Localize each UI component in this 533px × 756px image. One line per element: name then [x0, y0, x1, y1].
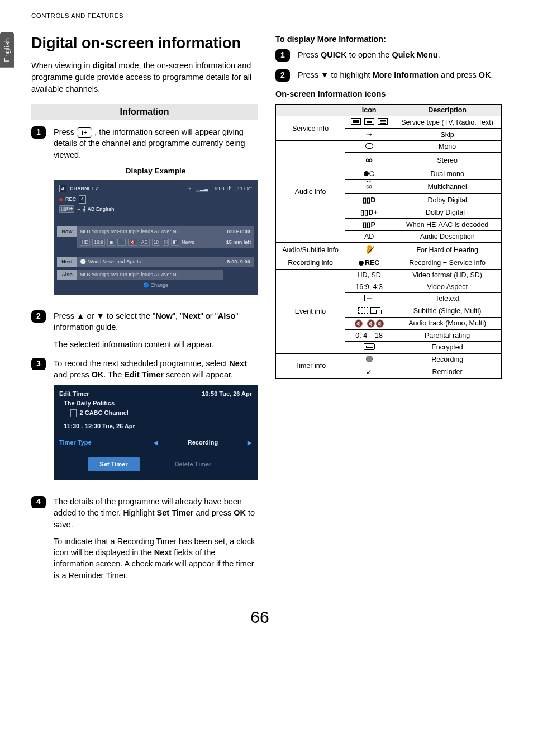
- description-cell: When HE-AAC is decoded: [393, 219, 502, 231]
- encrypted-icon: [364, 343, 375, 350]
- description-cell: For Hard of Hearing: [393, 243, 502, 257]
- description-cell: Dolby Digital: [393, 194, 502, 206]
- dolby-digital-plus-icon: ▯▯D+: [360, 209, 377, 216]
- set-timer-button[interactable]: Set Timer: [88, 457, 140, 471]
- next-tag: Next: [57, 257, 77, 267]
- description-cell: Service type (TV, Radio, Text): [393, 116, 502, 129]
- description-cell: Dual mono: [393, 168, 502, 180]
- icon-cell: ✓: [345, 366, 393, 378]
- table-row: Timer infoRecording: [276, 353, 502, 366]
- description-cell: Dolby Digital+: [393, 206, 502, 219]
- category-cell: Timer info: [276, 353, 345, 378]
- now-tag: Now: [57, 226, 77, 237]
- recording-clock-icon: [366, 356, 373, 362]
- right-column: To display More Information: 1 Press QUI…: [275, 35, 502, 589]
- edit-timer-clock: 10:50 Tue, 26 Apr: [202, 390, 252, 398]
- subtitle-chip-icon: ⋯: [117, 239, 126, 247]
- right-step-2: 2 Press ▼ to highlight More Information …: [275, 69, 502, 82]
- table-row: Audio/Subtitle info👂̸For Hard of Hearing: [276, 243, 502, 257]
- right-arrow-icon[interactable]: ▶: [248, 439, 252, 447]
- radio-icon: [364, 118, 374, 125]
- description-cell: Multichannel: [393, 180, 502, 194]
- channel-name: CHANNEL Z: [70, 185, 99, 192]
- more-info-heading: To display More Information:: [275, 35, 502, 44]
- video-format-text: HD, SD: [357, 271, 380, 279]
- description-cell: Video format (HD, SD): [393, 269, 502, 281]
- icon-cell: ▯▯P: [345, 219, 393, 231]
- left-arrow-icon[interactable]: ◀: [154, 439, 158, 447]
- step-badge-3: 3: [31, 358, 46, 370]
- icon-cell: ⤳: [345, 129, 393, 141]
- display-example-caption: Display Example: [54, 166, 258, 177]
- hoh-icon: 𝄞: [83, 206, 85, 213]
- th-description: Description: [393, 105, 502, 116]
- description-cell: Mono: [393, 141, 502, 153]
- icon-cell: 0, 4 – 18: [345, 329, 393, 341]
- teletext-icon: [364, 295, 374, 301]
- edit-timer-channel: 2 CABC Channel: [80, 409, 129, 417]
- description-cell: Reminder: [393, 366, 502, 378]
- step-badge-2: 2: [31, 310, 46, 323]
- left-column: Digital on-screen information When viewi…: [31, 35, 258, 589]
- dolby-digital-icon: ▯▯D: [363, 196, 375, 204]
- encrypted-chip-icon: ⍂: [163, 239, 169, 247]
- clock-icon: 🕒: [80, 258, 86, 266]
- category-chip-icon: ◧: [171, 239, 179, 247]
- text-service-icon: [378, 118, 388, 125]
- description-cell: Video Aspect: [393, 281, 502, 292]
- description-cell: Recording + Service info: [393, 257, 502, 270]
- timer-type-row[interactable]: Timer Type ◀ Recording ▶: [54, 435, 258, 450]
- dolby-chip: ▯▯D+: [59, 205, 74, 213]
- icon-cell: [345, 168, 393, 180]
- icon-cell: ∞: [345, 153, 393, 168]
- table-row: Event infoHD, SDVideo format (HD, SD): [276, 269, 502, 281]
- timer-type-value: Recording: [158, 438, 248, 447]
- icon-cell: HD, SD: [345, 269, 393, 281]
- next-time: 8:00- 9:00: [223, 257, 254, 267]
- edit-timer-screen: Edit Timer 10:50 Tue, 26 Apr The Daily P…: [54, 385, 258, 480]
- also-text: MLB Young's two-run triple leads AL over…: [77, 270, 223, 280]
- th-blank: [276, 105, 345, 116]
- icon-cell: 🔇🔇🔇: [345, 317, 393, 329]
- down-arrow-icon: ▼: [321, 70, 329, 79]
- icon-cell: [345, 116, 393, 129]
- delete-timer-button[interactable]: Delete Timer: [163, 457, 224, 471]
- teletext-chip-icon: ≣: [107, 239, 115, 247]
- speaker-chip-icon: 🔇: [128, 239, 137, 247]
- icon-cell: [345, 353, 393, 366]
- language-tab: English: [0, 32, 14, 68]
- description-cell: Parental rating: [393, 329, 502, 341]
- also-tag: Also: [57, 270, 77, 280]
- icon-cell: [345, 341, 393, 353]
- description-cell: Subtitle (Single, Multi): [393, 305, 502, 317]
- stereo-icon: ∞: [365, 154, 373, 166]
- section-header: CONTROLS AND FEATURES: [31, 12, 502, 21]
- icon-cell: 16:9, 4:3: [345, 281, 393, 292]
- rec-channel-box: 4: [79, 195, 86, 204]
- icon-cell: [345, 292, 393, 305]
- hard-of-hearing-icon: 👂̸: [364, 245, 375, 254]
- page-number: 66: [18, 608, 502, 627]
- change-hint: 🔵 Change: [57, 280, 254, 291]
- up-arrow-icon: ▲: [77, 311, 84, 320]
- ad-english-text: AD English: [88, 206, 115, 213]
- th-icon: Icon: [345, 105, 393, 116]
- aspect-text: 16:9, 4:3: [355, 283, 383, 291]
- table-row: Service infoService type (TV, Radio, Tex…: [276, 116, 502, 129]
- channel-box-icon: 4: [59, 185, 66, 193]
- now-time: 6:00- 8:00: [223, 226, 254, 237]
- icon-cell: REC: [345, 257, 393, 270]
- icon-cell: [345, 141, 393, 153]
- now-text: MLB Young's two-run triple leads AL over…: [77, 226, 223, 237]
- step-3: 3 To record the next scheduled programme…: [31, 358, 258, 488]
- icons-heading: On-screen Information icons: [275, 89, 502, 98]
- category-cell: Audio/Subtitle info: [276, 243, 345, 257]
- category-cell: Service info: [276, 116, 345, 141]
- category-cell: Recording info: [276, 257, 345, 270]
- step-2: 2 Press ▲ or ▼ to select the "Now", "Nex…: [31, 310, 258, 350]
- description-cell: Skip: [393, 129, 502, 141]
- rec-dot-icon: [59, 198, 63, 201]
- parental-text: 0, 4 – 18: [355, 332, 383, 339]
- subsection-information: Information: [31, 104, 258, 120]
- info-button-icon: i+: [77, 127, 92, 138]
